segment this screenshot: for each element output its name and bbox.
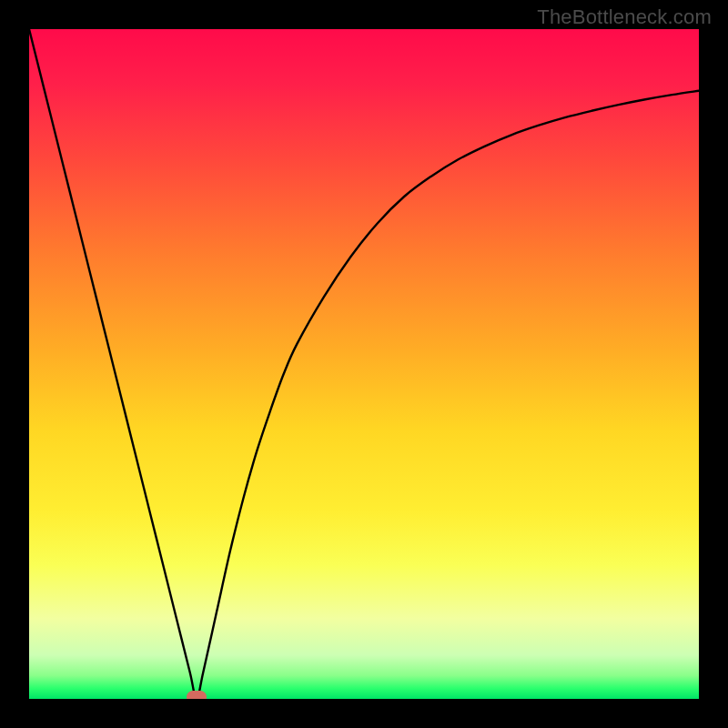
minimum-marker	[187, 691, 207, 699]
bottleneck-curve	[29, 29, 699, 699]
chart-frame: TheBottleneck.com	[0, 0, 728, 728]
attribution-label: TheBottleneck.com	[537, 5, 712, 29]
plot-area	[29, 29, 699, 699]
